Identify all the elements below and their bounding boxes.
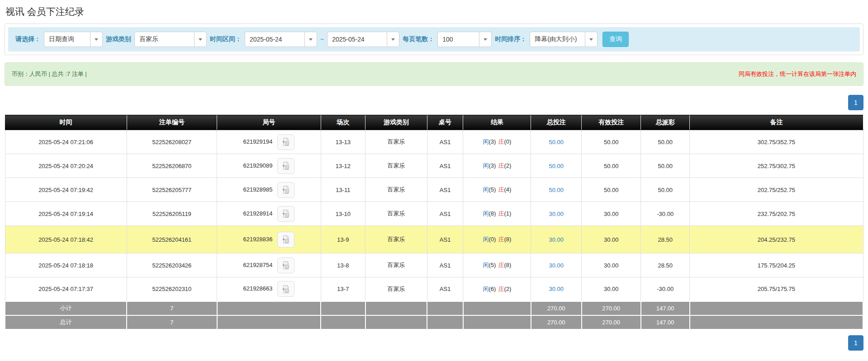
cell-table-no: AS1 [427, 202, 463, 226]
cell-bet-id: 522526205119 [127, 202, 217, 226]
sort-order-select[interactable]: 降幕(由大到小) [530, 32, 598, 47]
subtotal-valid-bet: 270.00 [582, 301, 641, 315]
table-row: 2025-05-24 07:19:14 522526205119 6219289… [5, 202, 863, 226]
total-total-bet: 270.00 [531, 315, 582, 329]
cell-session: 13-7 [321, 277, 365, 301]
page: 视讯 会员下注纪录 请选择： 日期查询 游戏类别 百家乐 时间区间： 2025-… [0, 0, 868, 360]
column-header-table-no: 桌号 [427, 115, 463, 130]
cell-payout: 28.50 [641, 226, 690, 253]
cell-total-bet: 30.00 [531, 277, 582, 301]
subtotal-total-bet: 270.00 [531, 301, 582, 315]
page-1-button[interactable]: 1 [848, 95, 863, 110]
subtotal-count: 7 [127, 301, 217, 315]
film-reel-icon [281, 285, 290, 294]
result-banker-count: (1) [504, 210, 511, 217]
page-size-select[interactable]: 100 [437, 32, 492, 47]
cell-table-no: AS1 [427, 178, 463, 202]
pagination-bottom: 1 [5, 335, 863, 351]
cell-game-type: 百家乐 [365, 178, 427, 202]
query-type-value: 日期查询 [44, 32, 90, 47]
video-replay-button[interactable] [277, 158, 294, 174]
result-player-label: 闲 [483, 262, 489, 268]
film-reel-icon [281, 261, 290, 270]
search-button[interactable]: 查询 [602, 32, 629, 47]
film-reel-icon [281, 235, 290, 244]
date-from-select[interactable]: 2025-05-24 [245, 32, 317, 47]
video-replay-button[interactable] [277, 232, 294, 248]
cell-time: 2025-05-24 07:19:14 [5, 202, 127, 226]
result-banker-label: 庄 [498, 138, 504, 145]
table-row: 2025-05-24 07:20:24 522526206870 6219290… [5, 154, 863, 178]
chevron-down-icon [194, 32, 206, 47]
film-reel-icon [281, 209, 290, 218]
cell-bet-id: 522526206870 [127, 154, 217, 178]
total-bet-link[interactable]: 50.00 [549, 187, 564, 193]
subtotal-label: 小计 [5, 301, 127, 315]
cell-game-type: 百家乐 [365, 154, 427, 178]
result-player-count: (3) [489, 162, 496, 169]
cell-bet-id: 522526204161 [127, 226, 217, 253]
chevron-down-icon [585, 32, 597, 47]
result-player-count: (0) [489, 236, 496, 243]
cell-time: 2025-05-24 07:18:18 [5, 253, 127, 277]
cell-session: 13-8 [321, 253, 365, 277]
summary-note: 同局有效投注，统一计算在该局第一张注单内 [739, 70, 856, 78]
chevron-down-icon [90, 32, 102, 47]
cell-result: 闲(5)庄(4) [463, 178, 531, 202]
cell-bet-id: 522526202310 [127, 277, 217, 301]
video-replay-button[interactable] [277, 281, 294, 297]
cell-result: 闲(6)庄(2) [463, 277, 531, 301]
date-to-select[interactable]: 2025-05-24 [327, 32, 399, 47]
result-player-label: 闲 [483, 138, 489, 145]
column-header-total-bet: 总投注 [531, 115, 582, 130]
result-banker-label: 庄 [498, 262, 504, 268]
result-banker-label: 庄 [498, 286, 504, 292]
cell-remark: 202.75/252.75 [690, 178, 863, 202]
column-header-session: 场次 [321, 115, 365, 130]
cell-time: 2025-05-24 07:21:06 [5, 130, 127, 154]
table-row: 2025-05-24 07:19:42 522526205777 6219289… [5, 178, 863, 202]
round-id-text: 621929089 [243, 162, 272, 169]
subtotal-payout: 147.00 [641, 301, 690, 315]
empty-cell [217, 315, 321, 329]
video-replay-button[interactable] [277, 182, 294, 198]
cell-payout: 28.50 [641, 253, 690, 277]
column-header-valid-bet: 有效投注 [582, 115, 641, 130]
table-row: 2025-05-24 07:21:06 522526208027 6219291… [5, 130, 863, 154]
result-banker-count: (4) [504, 186, 511, 193]
cell-time: 2025-05-24 07:17:37 [5, 277, 127, 301]
query-type-select[interactable]: 日期查询 [44, 32, 103, 47]
cell-total-bet: 50.00 [531, 130, 582, 154]
video-replay-button[interactable] [277, 258, 294, 273]
page-1-button[interactable]: 1 [848, 335, 863, 351]
total-bet-link[interactable]: 50.00 [549, 139, 564, 145]
video-replay-button[interactable] [277, 134, 294, 150]
date-from-value: 2025-05-24 [245, 32, 304, 47]
summary-bar: 币别：人民币 | 总共 :7 注单 | 同局有效投注，统一计算在该局第一张注单内 [5, 62, 863, 86]
total-bet-link[interactable]: 30.00 [549, 236, 564, 243]
empty-cell [321, 301, 365, 315]
result-player-label: 闲 [483, 236, 489, 243]
round-id-text: 621929194 [243, 138, 272, 145]
empty-cell [365, 301, 427, 315]
cell-table-no: AS1 [427, 253, 463, 277]
cell-time: 2025-05-24 07:19:42 [5, 178, 127, 202]
cell-round-id: 621928836 [217, 226, 321, 253]
chevron-down-icon [479, 32, 491, 47]
cell-round-id: 621929194 [217, 130, 321, 154]
empty-cell [427, 315, 463, 329]
total-bet-link[interactable]: 30.00 [549, 211, 564, 217]
total-bet-link[interactable]: 50.00 [549, 163, 564, 169]
cell-valid-bet: 30.00 [582, 226, 641, 253]
game-type-select[interactable]: 百家乐 [134, 32, 207, 47]
total-bet-link[interactable]: 30.00 [549, 286, 564, 292]
table-row: 2025-05-24 07:18:42 522526204161 6219288… [5, 226, 863, 253]
video-replay-button[interactable] [277, 206, 294, 222]
round-id-text: 621928663 [243, 285, 272, 292]
total-bet-link[interactable]: 30.00 [549, 262, 564, 269]
cell-valid-bet: 30.00 [582, 202, 641, 226]
cell-table-no: AS1 [427, 277, 463, 301]
total-row: 总计 7 270.00 270.00 147.00 [5, 315, 863, 329]
date-range-tilde: ~ [320, 36, 324, 43]
result-banker-label: 庄 [498, 236, 504, 243]
